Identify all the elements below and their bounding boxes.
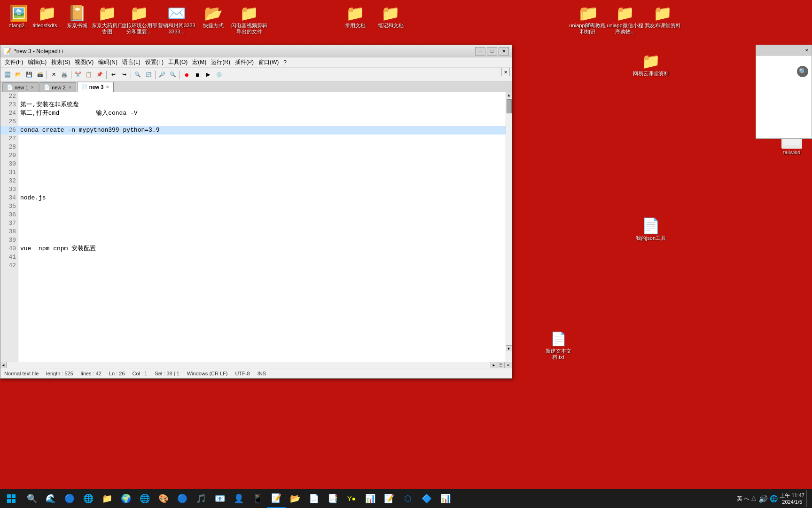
taskbar-app10[interactable]: 📊 <box>436 489 455 508</box>
desktop-icon-10[interactable]: 📁 笔记和文档 <box>374 4 407 29</box>
taskbar-music[interactable]: 🎵 <box>192 489 211 508</box>
scroll-down-button[interactable]: ▼ <box>506 345 512 351</box>
taskbar-app2[interactable]: 👤 <box>229 489 248 508</box>
hscroll-track[interactable] <box>7 363 491 368</box>
tray-clock[interactable]: 上午 11:47 2024/1/5 <box>780 492 804 506</box>
desktop-icon-json[interactable]: 📄 我的json工具 <box>632 216 670 241</box>
desktop-icon-7[interactable]: 📂 快捷方式 <box>196 4 230 29</box>
editor-text[interactable]: 第一,安装在非系统盘 第二,打开cmd 输入conda -V conda cre… <box>18 92 506 362</box>
menu-help[interactable]: ? <box>281 59 289 66</box>
desktop-icon-newtext[interactable]: 📄 新建文本文档.txt <box>539 329 577 360</box>
menu-plugins[interactable]: 插件(P) <box>233 58 256 67</box>
taskbar-explorer[interactable]: 📁 <box>98 489 117 508</box>
menu-language[interactable]: 语言(L) <box>120 58 143 67</box>
tab-close-2[interactable]: ✕ <box>68 85 72 90</box>
taskbar-ie[interactable]: 🌐 <box>79 489 98 508</box>
toolbar-record[interactable]: ⏺ <box>181 70 192 80</box>
vertical-scrollbar[interactable]: ▲ ▼ <box>506 92 512 362</box>
start-button[interactable] <box>0 489 23 508</box>
tab-close-3[interactable]: ✕ <box>106 85 109 89</box>
menu-macro[interactable]: 宏(M) <box>190 58 209 67</box>
toolbar-print[interactable]: 🖨️ <box>59 70 70 80</box>
menu-settings[interactable]: 设置(T) <box>143 58 166 67</box>
toolbar-find[interactable]: 🔍 <box>133 70 143 80</box>
toolbar-redo[interactable]: ↪ <box>119 70 129 80</box>
desktop-icon-12[interactable]: 📁 uniapp微信小程序购物... <box>606 4 644 35</box>
minimize-button[interactable]: ─ <box>475 47 485 56</box>
taskbar-app6[interactable]: 📑 <box>323 489 342 508</box>
toolbar-new[interactable]: 🆕 <box>2 70 13 80</box>
taskbar-app3[interactable]: 📱 <box>248 489 267 508</box>
close-button[interactable]: ✕ <box>499 47 509 56</box>
scroll-thumb[interactable] <box>507 99 512 113</box>
toolbar-play[interactable]: ▶ <box>203 70 213 80</box>
tab-new1[interactable]: 📄 new 1 ✕ <box>2 82 39 92</box>
taskbar-browser4[interactable]: 🔵 <box>173 489 192 508</box>
taskbar-app5[interactable]: 📄 <box>304 489 323 508</box>
taskbar-photoshop[interactable]: 🎨 <box>154 489 173 508</box>
toolbar-copy[interactable]: 📋 <box>84 70 94 80</box>
desktop-icon-6[interactable]: ✉️ 营销和封闭33333333... <box>158 4 195 35</box>
horizontal-scrollbar[interactable]: ◄ ► ☰ ≡ <box>0 362 512 368</box>
toolbar-save[interactable]: 💾 <box>24 70 34 80</box>
toolbar-paste[interactable]: 📌 <box>94 70 105 80</box>
toolbar-stop[interactable]: ⏹ <box>192 70 203 80</box>
scroll-up-button[interactable]: ▲ <box>506 92 512 98</box>
tray-lang[interactable]: 英 へ △ <box>737 495 757 503</box>
hscroll-left[interactable]: ◄ <box>0 362 7 368</box>
menu-window[interactable]: 窗口(W) <box>256 58 281 67</box>
taskbar-browser3[interactable]: 🌐 <box>135 489 154 508</box>
toolbar-zoomin[interactable]: 🔎 <box>157 70 167 80</box>
menu-file[interactable]: 文件(F) <box>2 58 25 67</box>
search-icon-right[interactable]: 🔍 <box>797 66 808 77</box>
desktop-icon-3[interactable]: 📔 东京书城 <box>60 4 94 29</box>
taskbar-app9[interactable]: 🔷 <box>417 489 436 508</box>
menu-tools[interactable]: 工具(O) <box>166 58 190 67</box>
taskbar-search[interactable]: 🔍 <box>23 489 41 508</box>
taskbar-chrome[interactable]: 🔵 <box>60 489 79 508</box>
toolbar-replace[interactable]: 🔄 <box>143 70 154 80</box>
tab-close-1[interactable]: ✕ <box>31 85 34 90</box>
taskbar-app1[interactable]: 📧 <box>211 489 229 508</box>
tab-new3[interactable]: 📄 new 3 ✕ <box>77 82 114 92</box>
tray-show-desktop[interactable] <box>806 490 808 507</box>
toolbar-cut[interactable]: ✂️ <box>73 70 83 80</box>
taskbar-browser2[interactable]: 🌍 <box>117 489 135 508</box>
taskbar-edge[interactable]: 🌊 <box>41 489 60 508</box>
menu-encoding[interactable]: 编码(N) <box>96 58 120 67</box>
icon-label: 新建文本文档.txt <box>539 348 577 360</box>
menu-search[interactable]: 搜索(S) <box>49 58 72 67</box>
toolbar-open[interactable]: 📂 <box>13 70 23 80</box>
desktop-icon-8[interactable]: 📁 闪电音视频剪辑导出的文件 <box>230 4 268 35</box>
taskbar-app4[interactable]: 📂 <box>286 489 304 508</box>
desktop-icon-007[interactable]: 📁 007 <box>572 4 606 29</box>
taskbar-vscode[interactable]: ⬡ <box>398 489 417 508</box>
toolbar-close[interactable]: ✕ <box>48 70 59 80</box>
desktop-icon-13[interactable]: 📁 我友布课堂资料 <box>644 4 681 29</box>
tray-network[interactable]: 🌐 <box>770 495 778 502</box>
menu-edit[interactable]: 编辑(E) <box>25 58 49 67</box>
toolbar-save-macro[interactable]: 💿 <box>214 70 224 80</box>
view-toggle-1[interactable]: ☰ <box>497 362 504 368</box>
menu-run[interactable]: 运行(R) <box>209 58 233 67</box>
toolbar-undo[interactable]: ↩ <box>108 70 118 80</box>
maximize-button[interactable]: □ <box>487 47 497 56</box>
toolbar-saveall[interactable]: 🗃️ <box>35 70 45 80</box>
right-panel-close[interactable]: ✕ <box>805 48 809 53</box>
taskbar-word[interactable]: 📝 <box>380 489 398 508</box>
desktop-icon-4[interactable]: 📁 东京大药房广告图 <box>90 4 124 35</box>
menu-view[interactable]: 视图(V) <box>72 58 96 67</box>
panel-close-button[interactable]: ✕ <box>501 68 510 76</box>
desktop-icon-2[interactable]: 📁 titledsfsdfs... <box>30 4 64 29</box>
taskbar-notepad-running[interactable]: 📝 <box>267 489 286 508</box>
toolbar-zoomout[interactable]: 🔍 <box>168 70 178 80</box>
taskbar-app7[interactable]: Y● <box>342 489 361 508</box>
view-toggle-2[interactable]: ≡ <box>504 362 512 368</box>
desktop-icon-9[interactable]: 📁 常用文档 <box>338 4 372 29</box>
tray-speaker[interactable]: 🔊 <box>758 494 768 503</box>
taskbar-app8[interactable]: 📊 <box>361 489 380 508</box>
desktop-icon-netease[interactable]: 📁 网易云课堂资料 <box>632 52 670 77</box>
tab-new2[interactable]: 📄 new 2 ✕ <box>39 82 76 92</box>
hscroll-right[interactable]: ► <box>491 362 497 368</box>
desktop-icon-5[interactable]: 📁 虚拟环境公用部分和重要... <box>120 4 158 35</box>
